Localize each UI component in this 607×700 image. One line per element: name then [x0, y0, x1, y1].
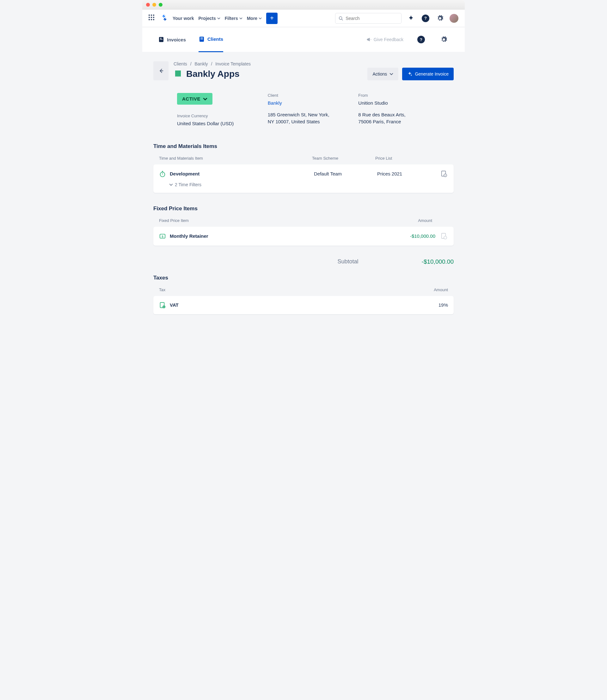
back-button[interactable] — [153, 61, 168, 80]
currency-value: United States Dollar (USD) — [177, 120, 249, 127]
nav-your-work[interactable]: Your work — [173, 16, 194, 21]
nav-filters[interactable]: Filters — [225, 16, 243, 21]
sparkle-icon — [407, 71, 412, 77]
minimize-window-icon[interactable] — [152, 3, 156, 7]
chevron-down-icon — [239, 17, 243, 20]
breadcrumb: Clients / Bankly / Invoice Templates — [173, 61, 362, 66]
svg-point-7 — [160, 172, 165, 177]
svg-rect-5 — [201, 38, 203, 38]
svg-text:1: 1 — [445, 174, 446, 177]
tax-item-amount: 19% — [439, 302, 448, 308]
svg-point-14 — [444, 236, 447, 239]
breadcrumb-templates[interactable]: Invoice Templates — [215, 61, 251, 66]
tab-clients-label: Clients — [207, 36, 223, 42]
from-address-2: 75006 Paris, France — [358, 118, 430, 125]
actions-label: Actions — [372, 71, 387, 77]
chevron-down-icon — [203, 97, 207, 101]
svg-text:$: $ — [162, 234, 163, 238]
chevron-down-icon — [390, 72, 393, 76]
fp-col-item: Fixed Price Item — [159, 218, 418, 223]
generate-invoice-button[interactable]: Generate Invoice — [402, 68, 454, 80]
subnav-help-icon[interactable]: ? — [416, 35, 426, 45]
time-filters-toggle[interactable]: 2 Time Filters — [169, 182, 448, 187]
from-name: Unition Studio — [358, 100, 430, 107]
client-name-link[interactable]: Bankly — [268, 100, 339, 107]
arrow-left-icon — [158, 67, 164, 74]
subtotal-value: -$10,000.00 — [422, 258, 454, 265]
feedback-label: Give Feedback — [374, 37, 403, 42]
tax-col-amount: Amount — [434, 287, 448, 292]
from-address-1: 8 Rue des Beaux Arts, — [358, 111, 430, 119]
tax-section-title: Taxes — [153, 275, 454, 281]
status-label: ACTIVE — [182, 96, 201, 102]
tab-invoices-label: Invoices — [167, 37, 186, 42]
currency-label: Invoice Currency — [177, 114, 249, 118]
nav-more-label: More — [247, 16, 257, 21]
chevron-down-icon — [217, 17, 221, 20]
tab-clients[interactable]: Clients — [198, 27, 223, 52]
window-titlebar — [142, 0, 465, 9]
app-switcher-icon[interactable] — [149, 15, 156, 22]
tm-item-name: Development — [170, 171, 200, 177]
search-input[interactable] — [346, 16, 398, 21]
status-badge[interactable]: ACTIVE — [177, 93, 212, 105]
give-feedback-link[interactable]: Give Feedback — [366, 37, 403, 42]
top-navigation: Your work Projects Filters More + ? — [142, 9, 465, 27]
tax-item-name: VAT — [170, 302, 179, 308]
subtotal-label: Subtotal — [338, 258, 358, 265]
client-icon — [198, 36, 205, 42]
fp-item-card: $ Monthly Retainer -$10,000.00 — [153, 227, 454, 246]
generate-label: Generate Invoice — [415, 71, 448, 77]
client-address-2: NY 10007, United States — [268, 118, 339, 125]
nav-projects[interactable]: Projects — [198, 16, 220, 21]
fp-section-title: Fixed Price Items — [153, 206, 454, 212]
nav-more[interactable]: More — [247, 16, 262, 21]
subnav-settings-icon[interactable] — [439, 35, 449, 45]
tax-col-tax: Tax — [159, 287, 434, 292]
svg-rect-6 — [201, 39, 203, 40]
create-button[interactable]: + — [266, 13, 277, 24]
tm-col-team: Team Scheme — [312, 156, 375, 161]
tm-col-price: Price List — [375, 156, 439, 161]
breadcrumb-clients[interactable]: Clients — [173, 61, 187, 66]
invoice-icon — [158, 36, 164, 43]
actions-dropdown[interactable]: Actions — [368, 68, 398, 80]
tax-item-card: 1 VAT 19% — [153, 296, 454, 314]
nav-filters-label: Filters — [225, 16, 238, 21]
jira-logo-icon[interactable] — [161, 14, 168, 23]
stopwatch-icon — [159, 170, 166, 177]
chevron-down-icon — [258, 17, 262, 20]
tab-invoices[interactable]: Invoices — [158, 27, 186, 52]
help-icon[interactable]: ? — [420, 13, 431, 23]
tax-icon: 1 — [159, 302, 166, 309]
page-title: Bankly Apps — [186, 69, 239, 79]
tm-item-action-icon[interactable]: 1 — [440, 170, 448, 178]
time-filters-label: 2 Time Filters — [175, 182, 202, 187]
svg-point-0 — [339, 17, 342, 19]
client-address-1: 185 Greenwich St, New York, — [268, 111, 339, 119]
tm-item-price: Prices 2021 — [377, 171, 440, 177]
tm-item-card: Development Default Team Prices 2021 1 2… — [153, 164, 454, 193]
settings-icon[interactable] — [435, 13, 445, 23]
chevron-down-icon — [169, 183, 173, 187]
client-label: Client — [268, 93, 339, 98]
close-window-icon[interactable] — [146, 3, 150, 7]
tm-section-title: Time and Materials Items — [153, 143, 454, 149]
search-icon — [339, 16, 343, 21]
breadcrumb-bankly[interactable]: Bankly — [194, 61, 208, 66]
search-field[interactable] — [335, 13, 401, 24]
dollar-icon: $ — [159, 233, 166, 240]
tm-col-item: Time and Materials Item — [159, 156, 312, 161]
notifications-icon[interactable] — [406, 13, 416, 23]
svg-text:1: 1 — [164, 306, 165, 308]
megaphone-icon — [366, 37, 372, 42]
fp-item-action-icon[interactable] — [440, 232, 448, 240]
tm-item-team: Default Team — [314, 171, 377, 177]
nav-projects-label: Projects — [198, 16, 216, 21]
maximize-window-icon[interactable] — [159, 3, 163, 7]
fp-item-name: Monthly Retainer — [170, 233, 208, 239]
user-avatar[interactable] — [449, 14, 458, 23]
template-icon — [173, 69, 183, 78]
from-label: From — [358, 93, 430, 98]
svg-rect-2 — [160, 38, 162, 39]
